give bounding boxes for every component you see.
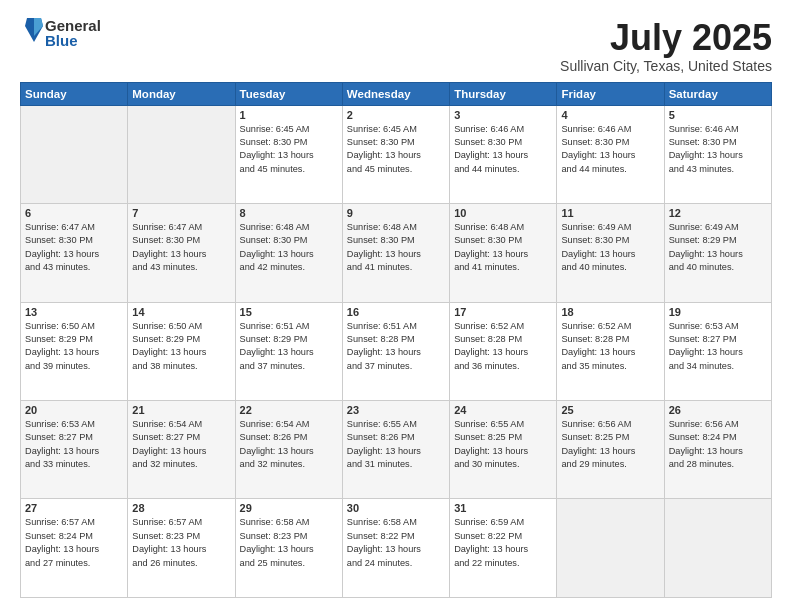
title-block: July 2025 Sullivan City, Texas, United S… [560,18,772,74]
calendar-week-row: 6Sunrise: 6:47 AM Sunset: 8:30 PM Daylig… [21,204,772,302]
col-friday: Friday [557,82,664,105]
day-number: 2 [347,109,445,121]
table-row: 20Sunrise: 6:53 AM Sunset: 8:27 PM Dayli… [21,401,128,499]
table-row: 4Sunrise: 6:46 AM Sunset: 8:30 PM Daylig… [557,105,664,203]
day-info: Sunrise: 6:47 AM Sunset: 8:30 PM Dayligh… [132,221,230,274]
day-number: 12 [669,207,767,219]
day-info: Sunrise: 6:48 AM Sunset: 8:30 PM Dayligh… [240,221,338,274]
day-info: Sunrise: 6:46 AM Sunset: 8:30 PM Dayligh… [669,123,767,176]
table-row: 3Sunrise: 6:46 AM Sunset: 8:30 PM Daylig… [450,105,557,203]
day-info: Sunrise: 6:50 AM Sunset: 8:29 PM Dayligh… [132,320,230,373]
day-info: Sunrise: 6:58 AM Sunset: 8:23 PM Dayligh… [240,516,338,569]
table-row: 29Sunrise: 6:58 AM Sunset: 8:23 PM Dayli… [235,499,342,598]
table-row: 1Sunrise: 6:45 AM Sunset: 8:30 PM Daylig… [235,105,342,203]
day-number: 7 [132,207,230,219]
table-row: 31Sunrise: 6:59 AM Sunset: 8:22 PM Dayli… [450,499,557,598]
day-info: Sunrise: 6:58 AM Sunset: 8:22 PM Dayligh… [347,516,445,569]
day-number: 22 [240,404,338,416]
day-info: Sunrise: 6:51 AM Sunset: 8:28 PM Dayligh… [347,320,445,373]
calendar-header-row: Sunday Monday Tuesday Wednesday Thursday… [21,82,772,105]
day-number: 9 [347,207,445,219]
day-number: 11 [561,207,659,219]
day-number: 13 [25,306,123,318]
table-row: 10Sunrise: 6:48 AM Sunset: 8:30 PM Dayli… [450,204,557,302]
day-info: Sunrise: 6:49 AM Sunset: 8:29 PM Dayligh… [669,221,767,274]
table-row: 7Sunrise: 6:47 AM Sunset: 8:30 PM Daylig… [128,204,235,302]
day-info: Sunrise: 6:49 AM Sunset: 8:30 PM Dayligh… [561,221,659,274]
table-row: 6Sunrise: 6:47 AM Sunset: 8:30 PM Daylig… [21,204,128,302]
calendar-week-row: 13Sunrise: 6:50 AM Sunset: 8:29 PM Dayli… [21,302,772,400]
day-info: Sunrise: 6:45 AM Sunset: 8:30 PM Dayligh… [347,123,445,176]
page-header: General Blue July 2025 Sullivan City, Te… [20,18,772,74]
day-number: 29 [240,502,338,514]
logo-icon [23,16,45,44]
table-row: 14Sunrise: 6:50 AM Sunset: 8:29 PM Dayli… [128,302,235,400]
day-info: Sunrise: 6:50 AM Sunset: 8:29 PM Dayligh… [25,320,123,373]
table-row: 24Sunrise: 6:55 AM Sunset: 8:25 PM Dayli… [450,401,557,499]
logo: General Blue [20,18,101,48]
location-text: Sullivan City, Texas, United States [560,58,772,74]
calendar-week-row: 1Sunrise: 6:45 AM Sunset: 8:30 PM Daylig… [21,105,772,203]
day-info: Sunrise: 6:55 AM Sunset: 8:26 PM Dayligh… [347,418,445,471]
day-number: 30 [347,502,445,514]
day-number: 25 [561,404,659,416]
day-info: Sunrise: 6:46 AM Sunset: 8:30 PM Dayligh… [561,123,659,176]
table-row: 22Sunrise: 6:54 AM Sunset: 8:26 PM Dayli… [235,401,342,499]
table-row: 13Sunrise: 6:50 AM Sunset: 8:29 PM Dayli… [21,302,128,400]
day-info: Sunrise: 6:54 AM Sunset: 8:26 PM Dayligh… [240,418,338,471]
calendar-table: Sunday Monday Tuesday Wednesday Thursday… [20,82,772,598]
day-number: 23 [347,404,445,416]
day-info: Sunrise: 6:57 AM Sunset: 8:23 PM Dayligh… [132,516,230,569]
day-info: Sunrise: 6:51 AM Sunset: 8:29 PM Dayligh… [240,320,338,373]
col-tuesday: Tuesday [235,82,342,105]
day-number: 21 [132,404,230,416]
table-row [557,499,664,598]
day-number: 4 [561,109,659,121]
day-info: Sunrise: 6:47 AM Sunset: 8:30 PM Dayligh… [25,221,123,274]
day-info: Sunrise: 6:48 AM Sunset: 8:30 PM Dayligh… [454,221,552,274]
day-info: Sunrise: 6:56 AM Sunset: 8:24 PM Dayligh… [669,418,767,471]
table-row: 28Sunrise: 6:57 AM Sunset: 8:23 PM Dayli… [128,499,235,598]
day-info: Sunrise: 6:52 AM Sunset: 8:28 PM Dayligh… [454,320,552,373]
table-row [664,499,771,598]
calendar-week-row: 20Sunrise: 6:53 AM Sunset: 8:27 PM Dayli… [21,401,772,499]
table-row: 30Sunrise: 6:58 AM Sunset: 8:22 PM Dayli… [342,499,449,598]
day-number: 18 [561,306,659,318]
table-row: 9Sunrise: 6:48 AM Sunset: 8:30 PM Daylig… [342,204,449,302]
table-row: 2Sunrise: 6:45 AM Sunset: 8:30 PM Daylig… [342,105,449,203]
table-row: 18Sunrise: 6:52 AM Sunset: 8:28 PM Dayli… [557,302,664,400]
table-row: 25Sunrise: 6:56 AM Sunset: 8:25 PM Dayli… [557,401,664,499]
table-row: 5Sunrise: 6:46 AM Sunset: 8:30 PM Daylig… [664,105,771,203]
day-info: Sunrise: 6:57 AM Sunset: 8:24 PM Dayligh… [25,516,123,569]
table-row: 11Sunrise: 6:49 AM Sunset: 8:30 PM Dayli… [557,204,664,302]
col-wednesday: Wednesday [342,82,449,105]
day-info: Sunrise: 6:46 AM Sunset: 8:30 PM Dayligh… [454,123,552,176]
logo-general-text: General [45,18,101,33]
day-info: Sunrise: 6:53 AM Sunset: 8:27 PM Dayligh… [669,320,767,373]
col-thursday: Thursday [450,82,557,105]
day-number: 15 [240,306,338,318]
day-number: 16 [347,306,445,318]
month-title: July 2025 [560,18,772,58]
table-row: 26Sunrise: 6:56 AM Sunset: 8:24 PM Dayli… [664,401,771,499]
table-row: 8Sunrise: 6:48 AM Sunset: 8:30 PM Daylig… [235,204,342,302]
col-monday: Monday [128,82,235,105]
logo-blue-text: Blue [45,33,101,48]
table-row: 27Sunrise: 6:57 AM Sunset: 8:24 PM Dayli… [21,499,128,598]
day-number: 5 [669,109,767,121]
day-number: 14 [132,306,230,318]
day-info: Sunrise: 6:52 AM Sunset: 8:28 PM Dayligh… [561,320,659,373]
table-row: 19Sunrise: 6:53 AM Sunset: 8:27 PM Dayli… [664,302,771,400]
day-number: 17 [454,306,552,318]
calendar-week-row: 27Sunrise: 6:57 AM Sunset: 8:24 PM Dayli… [21,499,772,598]
day-number: 8 [240,207,338,219]
day-number: 20 [25,404,123,416]
table-row: 17Sunrise: 6:52 AM Sunset: 8:28 PM Dayli… [450,302,557,400]
day-number: 3 [454,109,552,121]
day-info: Sunrise: 6:56 AM Sunset: 8:25 PM Dayligh… [561,418,659,471]
table-row: 23Sunrise: 6:55 AM Sunset: 8:26 PM Dayli… [342,401,449,499]
day-number: 1 [240,109,338,121]
day-info: Sunrise: 6:45 AM Sunset: 8:30 PM Dayligh… [240,123,338,176]
day-number: 10 [454,207,552,219]
table-row: 15Sunrise: 6:51 AM Sunset: 8:29 PM Dayli… [235,302,342,400]
